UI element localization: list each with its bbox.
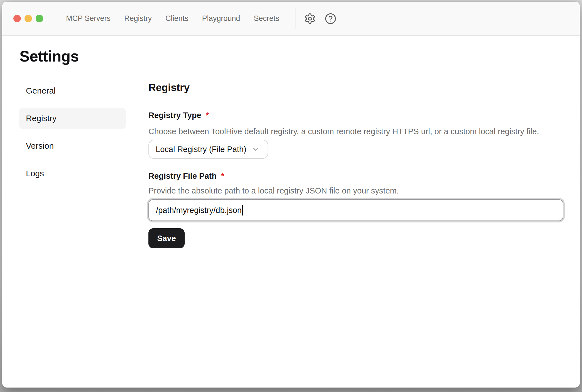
page-title: Settings — [19, 47, 580, 65]
chevron-down-icon — [251, 145, 260, 153]
nav-item-playground[interactable]: Playground — [202, 15, 240, 22]
window-controls — [13, 15, 43, 22]
settings-sidebar: General Registry Version Logs — [19, 80, 126, 248]
nav-item-mcp-servers[interactable]: MCP Servers — [66, 15, 111, 22]
registry-file-path-label: Registry File Path* — [148, 171, 563, 181]
registry-file-path-description: Provide the absolute path to a local reg… — [148, 186, 563, 195]
nav-item-secrets[interactable]: Secrets — [254, 15, 279, 22]
registry-type-description: Choose between ToolHive default registry… — [148, 127, 563, 136]
text-cursor — [242, 205, 243, 215]
zoom-window-button[interactable] — [36, 15, 43, 22]
registry-type-label-text: Registry Type — [148, 111, 201, 120]
sidebar-item-logs[interactable]: Logs — [19, 163, 126, 184]
required-asterisk: * — [221, 171, 224, 180]
top-nav: MCP Servers Registry Clients Playground … — [66, 15, 279, 22]
close-window-button[interactable] — [13, 15, 21, 22]
nav-item-registry[interactable]: Registry — [124, 15, 152, 22]
minimize-window-button[interactable] — [25, 15, 32, 22]
registry-settings-panel: Registry Registry Type* Choose between T… — [148, 80, 563, 248]
registry-type-selected-value: Local Registry (File Path) — [156, 145, 246, 154]
section-title: Registry — [148, 82, 563, 93]
registry-type-select[interactable]: Local Registry (File Path) — [148, 140, 268, 159]
registry-type-label: Registry Type* — [148, 111, 563, 120]
sidebar-item-version[interactable]: Version — [19, 135, 126, 156]
app-window: MCP Servers Registry Clients Playground … — [2, 2, 580, 388]
nav-item-clients[interactable]: Clients — [165, 15, 189, 22]
settings-page: Settings General Registry Version Logs R… — [2, 36, 580, 248]
save-button[interactable]: Save — [148, 228, 185, 248]
sidebar-item-general[interactable]: General — [19, 80, 126, 101]
titlebar-divider — [295, 8, 295, 29]
registry-file-path-input[interactable]: /path/myregistry/db.json — [148, 199, 563, 221]
sidebar-item-registry[interactable]: Registry — [19, 108, 126, 129]
settings-gear-icon[interactable] — [304, 13, 316, 25]
registry-file-path-value: /path/myregistry/db.json — [156, 206, 242, 215]
registry-file-path-label-text: Registry File Path — [148, 171, 217, 180]
help-icon[interactable] — [324, 13, 337, 25]
required-asterisk: * — [206, 111, 209, 120]
titlebar: MCP Servers Registry Clients Playground … — [2, 2, 580, 36]
